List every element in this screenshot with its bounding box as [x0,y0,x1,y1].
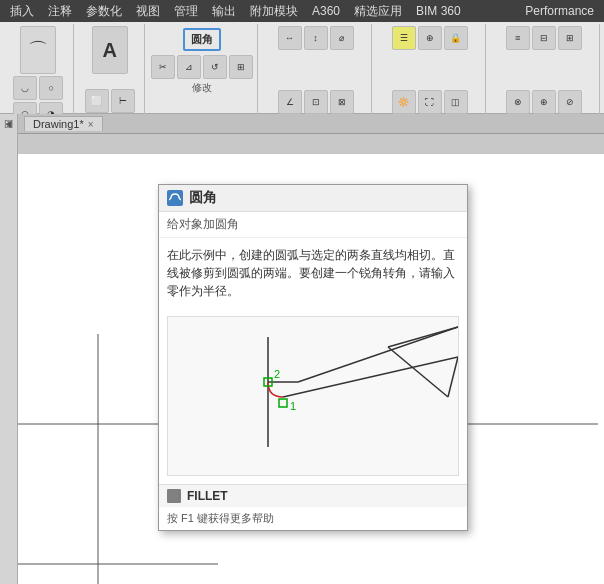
tooltip-title-bar: 圆角 [159,185,467,212]
layer-icon-5[interactable]: ⛶ [418,90,442,114]
ribbon: ⌒ ◡ ◠ ⊙ ○ ◑ ▣ 图弧 A ⬜ ⟺ [0,22,604,114]
tooltip-popup: 圆角 给对象加圆角 在此示例中，创建的圆弧与选定的两条直线均相切。直线被修剪到圆… [158,184,468,531]
svg-text:2: 2 [274,368,280,380]
fillet-cmd-label: FILLET [187,489,228,503]
more-icon-4[interactable]: ⊗ [506,90,530,114]
more-icon-1[interactable]: ≡ [506,26,530,50]
modify-icon-4[interactable]: ⊞ [229,55,253,79]
modify-group-label: 修改 [192,81,212,95]
menu-bar: 插入 注释 参数化 视图 管理 输出 附加模块 A360 精选应用 BIM 36… [0,0,604,22]
menu-view[interactable]: 视图 [130,1,166,22]
menu-output[interactable]: 输出 [206,1,242,22]
tool-icon-3[interactable]: ⊢ [111,89,135,113]
fillet-button[interactable]: 圆角 [183,28,221,51]
close-tab-button[interactable]: × [88,119,94,130]
svg-line-6 [179,198,181,200]
arc-icon-1[interactable]: ◡ [13,76,37,100]
layer-icon-6[interactable]: ◫ [444,90,468,114]
drawing-area: 图▶ Drawing1* × [0,114,604,584]
svg-text:1: 1 [290,400,296,412]
menu-parametric[interactable]: 参数化 [80,1,128,22]
tooltip-footer: FILLET [159,484,467,507]
menu-annotate[interactable]: 注释 [42,1,78,22]
menu-a360[interactable]: A360 [306,2,346,20]
svg-line-5 [169,198,171,200]
text-large-icon[interactable]: A [92,26,128,74]
modify-icon-2[interactable]: ⊿ [177,55,201,79]
doc-tab-label: Drawing1* [33,118,84,130]
menu-bim360[interactable]: BIM 360 [410,2,467,20]
menu-insert[interactable]: 插入 [4,1,40,22]
menu-addins[interactable]: 附加模块 [244,1,304,22]
main-area: Drawing1* × [18,114,604,584]
dim-icon-2[interactable]: ↕ [304,26,328,50]
menu-featured[interactable]: 精选应用 [348,1,408,22]
modify-icons: ✂ ⊿ ↺ ⊞ [151,55,253,79]
menu-performance[interactable]: Performance [519,2,600,20]
menu-manage[interactable]: 管理 [168,1,204,22]
tooltip-subtitle: 给对象加圆角 [159,212,467,238]
dim-icon-4[interactable]: ∠ [278,90,302,114]
svg-rect-7 [168,317,458,476]
layer-icon-4[interactable]: 🔆 [392,90,416,114]
dim-icon-6[interactable]: ⊠ [330,90,354,114]
arc-large-icon[interactable]: ⌒ [20,26,56,74]
canvas-area[interactable]: 圆角 给对象加圆角 在此示例中，创建的圆弧与选定的两条直线均相切。直线被修剪到圆… [18,134,604,584]
more-icon-6[interactable]: ⊘ [558,90,582,114]
arc-icon-4[interactable]: ○ [39,76,63,100]
more-icon-2[interactable]: ⊟ [532,26,556,50]
tool-icon-1[interactable]: ⬜ [85,89,109,113]
left-label: 图▶ [2,126,15,135]
layer-icon-3[interactable]: 🔒 [444,26,468,50]
tooltip-title-icon [167,190,183,206]
tab-bar: Drawing1* × [18,114,604,134]
dim-icon-1[interactable]: ↔ [278,26,302,50]
modify-icon-3[interactable]: ↺ [203,55,227,79]
fillet-cmd-icon [167,489,181,503]
document-tab[interactable]: Drawing1* × [24,116,103,131]
modify-icon-1[interactable]: ✂ [151,55,175,79]
left-panel: 图▶ [0,114,18,584]
layer-icon-2[interactable]: ⊕ [418,26,442,50]
dim-icon-5[interactable]: ⊡ [304,90,328,114]
tooltip-footer-help: 按 F1 键获得更多帮助 [159,509,467,530]
more-icon-3[interactable]: ⊞ [558,26,582,50]
tooltip-image: 2 1 [167,316,459,476]
tooltip-title: 圆角 [189,189,217,207]
layer-icon-1[interactable]: ☰ [392,26,416,50]
tooltip-body: 在此示例中，创建的圆弧与选定的两条直线均相切。直线被修剪到圆弧的两端。要创建一个… [159,238,467,308]
more-icon-5[interactable]: ⊕ [532,90,556,114]
dim-icon-3[interactable]: ⌀ [330,26,354,50]
